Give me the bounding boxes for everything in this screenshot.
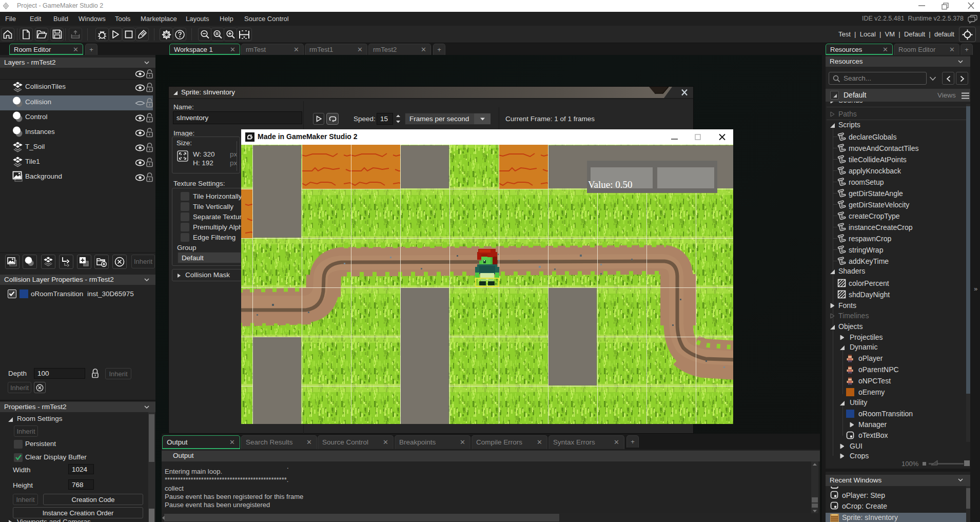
svg-text:Value: 0.50: Value: 0.50 (588, 179, 633, 190)
